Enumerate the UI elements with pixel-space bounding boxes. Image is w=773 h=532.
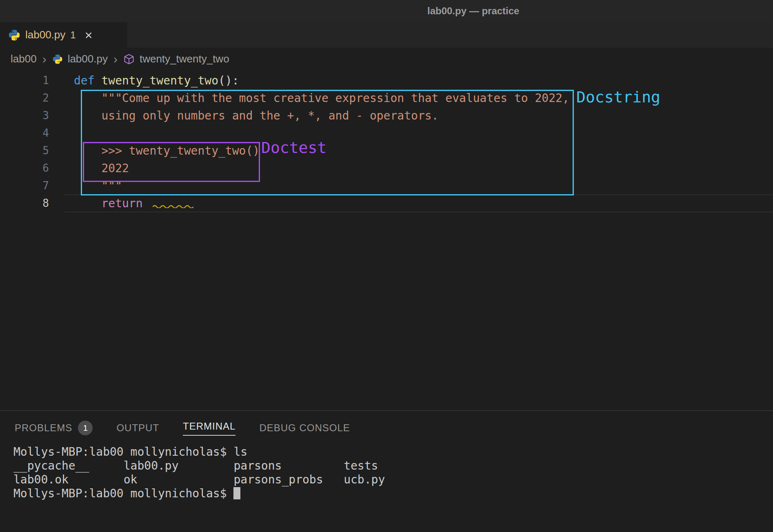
code-text: def twenty_twenty_two():: [64, 72, 773, 89]
code-line[interactable]: 4: [0, 124, 773, 142]
code-token: 2022: [101, 162, 129, 175]
breadcrumb-item-folder[interactable]: lab00: [11, 53, 37, 65]
code-text: using only numbers and the +, *, and - o…: [64, 107, 773, 124]
terminal-output[interactable]: Mollys-MBP:lab00 mollynicholas$ ls__pyca…: [0, 445, 773, 501]
line-number: 4: [0, 124, 64, 142]
tab-lab00-py[interactable]: lab00.py 1 ×: [0, 22, 127, 48]
code-token: [74, 179, 101, 193]
code-token: >>> twenty_twenty_two(): [101, 144, 260, 157]
panel-tab-output[interactable]: OUTPUT: [116, 422, 159, 434]
chevron-right-icon: ›: [42, 53, 47, 65]
window-title: lab00.py — practice: [427, 5, 519, 17]
code-line[interactable]: 3 using only numbers and the +, *, and -…: [0, 107, 773, 124]
line-number: 6: [0, 160, 64, 177]
tab-badge: 1: [70, 29, 76, 41]
panel-tab-label: DEBUG CONSOLE: [259, 422, 350, 434]
terminal-cursor: [233, 487, 240, 499]
line-number: 3: [0, 107, 64, 124]
terminal-line: lab00.ok ok parsons_probs ucb.py: [13, 473, 773, 487]
chevron-right-icon: ›: [113, 53, 118, 65]
bottom-panel: PROBLEMS 1 OUTPUT TERMINAL DEBUG CONSOLE…: [0, 410, 773, 532]
code-text: return: [64, 195, 773, 212]
code-editor[interactable]: 1def twenty_twenty_two():2 """Come up wi…: [0, 70, 773, 412]
python-icon: [8, 29, 20, 41]
panel-tab-label: OUTPUT: [116, 422, 159, 434]
code-token: def: [74, 74, 101, 87]
terminal-line: __pycache__ lab00.py parsons tests: [13, 459, 773, 473]
line-number: 2: [0, 89, 64, 107]
code-token: """Come up with the most creative expres…: [101, 91, 569, 105]
code-text: """: [64, 177, 773, 195]
code-token: [74, 144, 101, 157]
symbol-cube-icon: [123, 53, 135, 65]
panel-tab-bar: PROBLEMS 1 OUTPUT TERMINAL DEBUG CONSOLE: [0, 411, 773, 445]
code-line[interactable]: 2 """Come up with the most creative expr…: [0, 89, 773, 107]
code-token: ():: [218, 74, 239, 87]
line-number: 7: [0, 177, 64, 195]
editor-lines: 1def twenty_twenty_two():2 """Come up wi…: [0, 72, 773, 212]
code-text: >>> twenty_twenty_two(): [64, 142, 773, 160]
line-number: 1: [0, 72, 64, 89]
window-titlebar: lab00.py — practice: [0, 0, 773, 22]
code-line[interactable]: 1def twenty_twenty_two():: [0, 72, 773, 89]
line-number: 8: [0, 195, 64, 212]
code-token: [74, 91, 101, 105]
code-line[interactable]: 7 """: [0, 177, 773, 195]
code-line[interactable]: 6 2022: [0, 160, 773, 177]
code-token: [74, 109, 101, 122]
code-token: return: [101, 197, 149, 210]
problems-count-badge: 1: [78, 421, 93, 435]
panel-tab-label: PROBLEMS: [15, 422, 72, 434]
code-token: """: [101, 179, 122, 193]
code-text: [64, 124, 773, 142]
breadcrumb-item-symbol[interactable]: twenty_twenty_two: [140, 53, 229, 65]
panel-tab-debug-console[interactable]: DEBUG CONSOLE: [259, 422, 350, 434]
tab-label: lab00.py: [25, 29, 65, 41]
terminal-line: Mollys-MBP:lab00 mollynicholas$ ls: [13, 445, 773, 459]
code-token: using only numbers and the +, *, and - o…: [101, 109, 438, 122]
panel-tab-label: TERMINAL: [183, 421, 235, 436]
panel-tab-terminal[interactable]: TERMINAL: [183, 421, 235, 436]
close-icon[interactable]: ×: [85, 29, 93, 42]
breadcrumb-item-file[interactable]: lab00.py: [68, 53, 108, 65]
code-text: 2022: [64, 160, 773, 177]
terminal-line: Mollys-MBP:lab00 mollynicholas$: [13, 487, 773, 501]
python-icon: [52, 54, 63, 64]
panel-tab-problems[interactable]: PROBLEMS 1: [15, 421, 93, 435]
breadcrumb: lab00 › lab00.py › twenty_twenty_two: [0, 48, 773, 70]
editor-tab-bar: lab00.py 1 ×: [0, 22, 773, 48]
code-token: [74, 162, 101, 175]
code-text: """Come up with the most creative expres…: [64, 89, 773, 107]
code-line[interactable]: 5 >>> twenty_twenty_two(): [0, 142, 773, 160]
code-token: twenty_twenty_two: [101, 74, 218, 87]
code-token: [74, 197, 101, 210]
code-line[interactable]: 8 return: [0, 195, 773, 212]
warning-squiggle-icon: [153, 204, 193, 208]
line-number: 5: [0, 142, 64, 160]
